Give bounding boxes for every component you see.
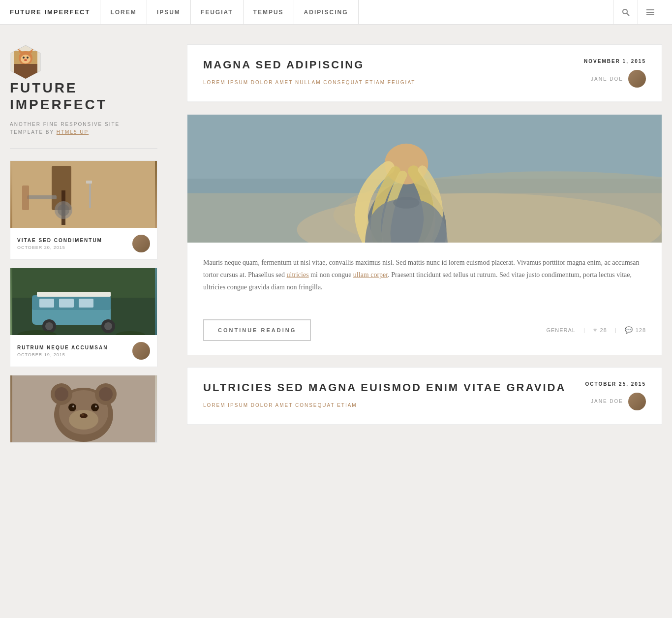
svg-point-47 (68, 403, 76, 411)
article-1-date: NOVEMBER 1, 2015 (577, 59, 646, 64)
svg-point-36 (104, 322, 112, 330)
article-1-excerpt: LOREM IPSUM DOLOR AMET NULLAM CONSEQUAT … (203, 78, 567, 87)
sidebar-site-title: FUTURE IMPERFECT (10, 80, 157, 113)
article-1-header-right: NOVEMBER 1, 2015 JANE DOE (567, 59, 646, 88)
sidebar-post-1-avatar (132, 235, 150, 252)
meta-sep-2: | (615, 327, 617, 333)
nav-link-ipsum[interactable]: IPSUM (147, 0, 191, 25)
svg-point-50 (95, 405, 97, 407)
sidebar-post-2-image[interactable] (10, 268, 157, 335)
menu-icon[interactable] (638, 0, 662, 25)
van-image (10, 268, 157, 335)
svg-point-14 (24, 59, 27, 61)
svg-rect-15 (14, 64, 37, 79)
sidebar-post-2: RUTRUM NEQUE ACCUMSAN OCTOBER 19, 2015 (10, 268, 157, 367)
html5up-link[interactable]: HTML5 UP (57, 129, 89, 135)
nav-link-lorem[interactable]: LOREM (100, 0, 147, 25)
article-1-author-avatar (628, 70, 646, 88)
sidebar-post-1-title[interactable]: VITAE SED CONDIMENTUM (17, 238, 102, 243)
svg-rect-31 (79, 299, 93, 308)
article-3-header-right: OCTOBER 25, 2015 JANE DOE (567, 381, 646, 410)
sidebar-post-1-date: OCTOBER 20, 2015 (17, 245, 102, 250)
article-1-header: MAGNA SED ADIPISCING LOREM IPSUM DOLOR A… (187, 45, 662, 102)
svg-rect-16 (12, 161, 155, 228)
svg-rect-29 (39, 299, 54, 308)
article-2-body-text: Mauris neque quam, fermentum ut nisl vit… (203, 256, 646, 294)
article-3-excerpt: LOREM IPSUM DOLOR AMET CONSEQUAT ETIAM (203, 401, 567, 409)
article-3-author: JANE DOE (577, 393, 646, 410)
article-1-author: JANE DOE (577, 70, 646, 88)
svg-rect-23 (86, 181, 92, 184)
article-2-link-ullam[interactable]: ullam corper (353, 271, 388, 278)
article-3-title[interactable]: ULTRICIES SED MAGNA EUISMOD ENIM VITAE G… (203, 381, 567, 394)
sidebar-post-2-body: RUTRUM NEQUE ACCUMSAN OCTOBER 19, 2015 (10, 335, 157, 367)
article-2-hero-image (187, 115, 662, 243)
sidebar: FUTURE IMPERFECT ANOTHER FINE RESPONSIVE… (10, 44, 167, 451)
article-card-3: ULTRICIES SED MAGNA EUISMOD ENIM VITAE G… (187, 367, 662, 425)
nav-link-feugiat[interactable]: FEUGIAT (191, 0, 244, 25)
sidebar-post-3-image[interactable] (10, 375, 157, 442)
svg-point-20 (58, 204, 69, 216)
svg-point-52 (81, 414, 84, 416)
comment-icon: 💬 (625, 326, 633, 334)
article-2-comments: 💬 128 (625, 326, 646, 334)
article-2-footer: CONTINUE READING GENERAL | ♥ 28 | 💬 128 (187, 319, 662, 355)
svg-rect-24 (89, 184, 91, 208)
article-2-likes-count: 28 (600, 327, 607, 333)
svg-rect-21 (27, 195, 57, 199)
sidebar-post-2-title[interactable]: RUTRUM NEQUE ACCUMSAN (17, 345, 108, 350)
article-2-likes: ♥ 28 (593, 326, 607, 334)
sidebar-post-1-image[interactable] (10, 161, 157, 228)
sidebar-tagline: ANOTHER FINE RESPONSIVE SITE TEMPLATE BY… (10, 121, 157, 136)
article-card-1: MAGNA SED ADIPISCING LOREM IPSUM DOLOR A… (187, 44, 662, 102)
sidebar-divider (10, 148, 157, 149)
search-icon[interactable] (613, 0, 638, 25)
nav-links: LOREM IPSUM FEUGIAT TEMPUS ADIPISCING (100, 0, 613, 25)
svg-point-13 (27, 57, 29, 59)
svg-rect-61 (187, 115, 662, 243)
svg-point-0 (623, 9, 627, 14)
svg-point-46 (69, 410, 98, 430)
article-2-body: Mauris neque quam, fermentum ut nisl vit… (187, 243, 662, 319)
nav-link-adipiscing[interactable]: ADIPISCING (294, 0, 359, 25)
main-content: MAGNA SED ADIPISCING LOREM IPSUM DOLOR A… (187, 44, 662, 451)
svg-point-51 (80, 413, 88, 418)
nav-icons (613, 0, 662, 25)
continue-reading-button[interactable]: CONTINUE READING (203, 319, 311, 341)
bear-image (10, 375, 157, 442)
sidebar-post-2-info: RUTRUM NEQUE ACCUMSAN OCTOBER 19, 2015 (17, 345, 108, 357)
article-1-title[interactable]: MAGNA SED ADIPISCING (203, 59, 567, 71)
tools-image (10, 161, 157, 228)
article-2-link-ultricies[interactable]: ultricies (287, 271, 309, 278)
article-2-category[interactable]: GENERAL (546, 327, 576, 333)
sidebar-post-3 (10, 375, 157, 443)
nav-logo[interactable]: FUTURE IMPERFECT (10, 8, 90, 16)
svg-rect-22 (22, 185, 29, 210)
article-1-header-left: MAGNA SED ADIPISCING LOREM IPSUM DOLOR A… (203, 59, 567, 88)
meta-sep-1: | (583, 327, 585, 333)
svg-rect-30 (59, 299, 74, 308)
article-1-author-name: JANE DOE (591, 76, 623, 82)
sidebar-post-1: VITAE SED CONDIMENTUM OCTOBER 20, 2015 (10, 160, 157, 260)
svg-point-34 (45, 322, 53, 330)
svg-point-45 (99, 387, 113, 401)
top-navigation: FUTURE IMPERFECT LOREM IPSUM FEUGIAT TEM… (0, 0, 672, 25)
article-3-header: ULTRICIES SED MAGNA EUISMOD ENIM VITAE G… (187, 368, 662, 425)
sidebar-post-1-body: VITAE SED CONDIMENTUM OCTOBER 20, 2015 (10, 228, 157, 259)
sidebar-post-2-avatar (132, 342, 150, 360)
sidebar-post-1-info: VITAE SED CONDIMENTUM OCTOBER 20, 2015 (17, 238, 102, 250)
svg-rect-32 (37, 292, 111, 297)
article-card-2: Mauris neque quam, fermentum ut nisl vit… (187, 114, 662, 355)
sidebar-post-2-date: OCTOBER 19, 2015 (17, 352, 108, 357)
heart-icon: ♥ (593, 326, 598, 334)
svg-point-43 (55, 387, 68, 401)
svg-point-49 (72, 405, 74, 407)
article-3-header-left: ULTRICIES SED MAGNA EUISMOD ENIM VITAE G… (203, 381, 567, 410)
article-2-comments-count: 128 (636, 327, 646, 333)
article-3-author-avatar (628, 393, 646, 410)
svg-line-1 (627, 13, 629, 16)
nav-link-tempus[interactable]: TEMPUS (244, 0, 294, 25)
article-3-date: OCTOBER 25, 2015 (577, 381, 646, 387)
svg-point-12 (23, 57, 25, 59)
article-3-author-name: JANE DOE (591, 399, 623, 404)
